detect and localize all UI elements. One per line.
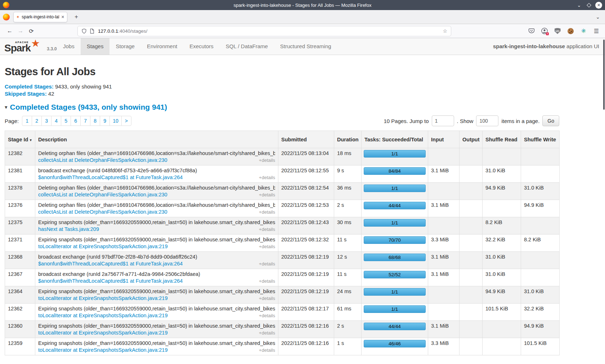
page-button-3[interactable]: 3: [41, 116, 51, 126]
completed-stages-section-header[interactable]: ▾ Completed Stages (9433, only showing 9…: [5, 103, 605, 112]
page-button-2[interactable]: 2: [32, 116, 42, 126]
submitted-cell: 2022/11/25 08:12:43: [278, 217, 334, 235]
forward-button[interactable]: →: [15, 28, 26, 34]
stage-callsite-link[interactable]: $anonfun$withThreadLocalCaptured$1 at Fu…: [38, 261, 183, 267]
description-cell: Expiring snapshots (older_than=166932055…: [35, 217, 278, 235]
column-header-shuffle-write[interactable]: Shuffle Write: [521, 131, 560, 148]
pocket-icon[interactable]: [528, 27, 535, 35]
duration-cell: 1 s: [334, 338, 362, 355]
shuffle-write-cell: [521, 165, 560, 183]
details-toggle[interactable]: +details: [259, 261, 275, 267]
restore-button[interactable]: [586, 2, 592, 8]
details-toggle[interactable]: +details: [259, 330, 275, 336]
stage-callsite-link[interactable]: collectAsList at DeleteOrphanFilesSparkA…: [38, 209, 167, 215]
input-cell: 3.3 MiB: [428, 338, 460, 355]
next-page-button[interactable]: >: [121, 116, 131, 126]
details-toggle[interactable]: +details: [259, 313, 275, 318]
menu-icon[interactable]: ☰: [593, 27, 600, 35]
column-header-tasks-succeeded-total[interactable]: Tasks: Succeeded/Total: [362, 131, 428, 148]
stage-callsite-link[interactable]: toLocalIterator at ExpireSnapshotsSparkA…: [38, 330, 168, 336]
stage-description: Expiring snapshots (older_than=166932055…: [38, 306, 275, 311]
duration-cell: 24 ms: [334, 286, 362, 304]
shuffle-read-cell: 31.0 KiB: [483, 252, 521, 269]
extension-asterisk-icon[interactable]: ✳: [580, 27, 587, 35]
page-info-icon[interactable]: [90, 28, 95, 34]
tasks-cell: 44/44: [362, 321, 428, 338]
page-button-7[interactable]: 7: [80, 116, 90, 126]
stage-callsite-link[interactable]: collectAsList at DeleteOrphanFilesSparkA…: [38, 157, 167, 163]
spark-tab-storage[interactable]: Storage: [109, 38, 141, 55]
details-toggle[interactable]: +details: [259, 244, 275, 249]
tab-close-icon[interactable]: ✕: [61, 15, 64, 19]
new-tab-button[interactable]: +: [72, 13, 81, 21]
list-all-tabs-icon[interactable]: ⌄: [596, 14, 602, 20]
url-bar[interactable]: 127.0.0.1:4040/stages/ ☆: [77, 26, 451, 36]
stage-callsite-link[interactable]: toLocalIterator at ExpireSnapshotsSparkA…: [38, 313, 168, 318]
stage-callsite-link[interactable]: toLocalIterator at ExpireSnapshotsSparkA…: [38, 244, 168, 249]
column-header-stage-id[interactable]: Stage Id▾: [5, 131, 35, 148]
spark-tab-structured-streaming[interactable]: Structured Streaming: [274, 38, 337, 55]
stage-callsite-link[interactable]: toLocalIterator at ExpireSnapshotsSparkA…: [38, 347, 168, 353]
stage-callsite-link[interactable]: $anonfun$withThreadLocalCaptured$1 at Fu…: [38, 174, 183, 180]
input-cell: [428, 304, 460, 321]
details-toggle[interactable]: +details: [259, 209, 275, 215]
spark-logo[interactable]: APACHE ★ Spark 3.3.0: [0, 38, 46, 55]
tasks-progress-bar: 44/44: [364, 202, 426, 209]
scrollbar-thumb[interactable]: [603, 40, 605, 110]
shield-icon[interactable]: [81, 28, 87, 34]
page-button-4[interactable]: 4: [51, 116, 61, 126]
column-header-output[interactable]: Output: [460, 131, 483, 148]
submitted-cell: 2022/11/25 08:13:04: [278, 148, 334, 165]
spark-tab-jobs[interactable]: Jobs: [57, 38, 81, 55]
spark-tab-stages[interactable]: Stages: [81, 38, 110, 55]
jump-to-page-input[interactable]: [432, 115, 454, 126]
browser-tab[interactable]: ✶ spark-ingest-into-lakehous ✕: [13, 12, 67, 22]
shuffle-write-cell: [521, 148, 560, 165]
stage-description: broadcast exchange (runId 048fd06f-d753-…: [38, 168, 275, 173]
minimize-button[interactable]: ⌄: [576, 2, 582, 8]
page-button-9[interactable]: 9: [100, 116, 110, 126]
go-button[interactable]: Go: [542, 115, 559, 126]
stage-callsite-link[interactable]: collectAsList at DeleteOrphanFilesSparkA…: [38, 192, 167, 197]
submitted-cell: 2022/11/25 08:12:32: [278, 235, 334, 252]
account-icon[interactable]: ✕: [541, 27, 548, 35]
ublock-icon[interactable]: UO: [554, 27, 561, 35]
back-button[interactable]: ←: [4, 28, 15, 34]
page-button-6[interactable]: 6: [71, 116, 81, 126]
tasks-progress-label: 84/84: [389, 168, 401, 174]
stage-callsite-link[interactable]: toLocalIterator at ExpireSnapshotsSparkA…: [38, 295, 168, 301]
details-toggle[interactable]: +details: [259, 192, 275, 197]
page-button-5[interactable]: 5: [61, 116, 71, 126]
description-cell: Deleting orphan files (older_than=166910…: [35, 200, 278, 217]
spark-tab-sql-dataframe[interactable]: SQL / DataFrame: [220, 38, 274, 55]
details-toggle[interactable]: +details: [259, 296, 275, 301]
cookie-extension-icon[interactable]: [567, 27, 574, 35]
stage-callsite-link[interactable]: hasNext at Tasks.java:209: [38, 226, 99, 232]
column-header-duration[interactable]: Duration: [334, 131, 362, 148]
page-button-10[interactable]: 10: [109, 116, 122, 126]
column-header-shuffle-read[interactable]: Shuffle Read: [483, 131, 521, 148]
details-toggle[interactable]: +details: [259, 175, 275, 180]
shuffle-write-cell: 8.2 KiB: [521, 235, 560, 252]
completed-stages-link[interactable]: Completed Stages:: [5, 83, 54, 90]
column-header-description[interactable]: Description: [35, 131, 278, 148]
submitted-cell: 2022/11/25 08:12:53: [278, 200, 334, 217]
spark-tab-environment[interactable]: Environment: [141, 38, 183, 55]
reload-button[interactable]: ⟳: [26, 28, 37, 35]
bookmark-star-icon[interactable]: ☆: [443, 28, 447, 34]
skipped-stages-link[interactable]: Skipped Stages:: [5, 91, 47, 97]
details-toggle[interactable]: +details: [259, 227, 275, 232]
close-window-button[interactable]: ✕: [595, 2, 602, 9]
items-per-page-input[interactable]: [476, 115, 498, 126]
details-toggle[interactable]: +details: [259, 278, 275, 284]
page-button-1[interactable]: 1: [22, 116, 32, 126]
column-header-input[interactable]: Input: [428, 131, 460, 148]
details-toggle[interactable]: +details: [259, 158, 275, 163]
url-text[interactable]: 127.0.0.1:4040/stages/: [98, 28, 440, 34]
table-row: 12378 Deleting orphan files (older_than=…: [5, 183, 560, 200]
page-button-8[interactable]: 8: [90, 116, 100, 126]
details-toggle[interactable]: +details: [259, 347, 275, 353]
column-header-submitted[interactable]: Submitted: [278, 131, 334, 148]
stage-callsite-link[interactable]: $anonfun$withThreadLocalCaptured$1 at Fu…: [38, 278, 183, 284]
spark-tab-executors[interactable]: Executors: [183, 38, 220, 55]
